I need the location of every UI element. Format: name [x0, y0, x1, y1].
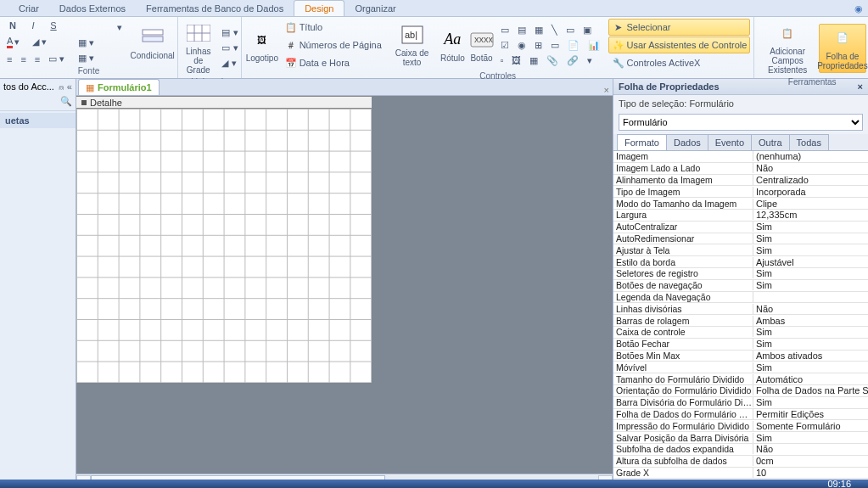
property-row[interactable]: Barra Divisória do Formulário DivididoSi… — [613, 397, 868, 409]
botao-button[interactable]: xxxx Botão — [468, 25, 496, 65]
titulo-button[interactable]: 📋Título — [281, 19, 385, 36]
grid-style-1[interactable]: ▤ ▾ — [218, 25, 241, 40]
ctrl-attach[interactable]: 📎 — [543, 53, 562, 68]
property-row[interactable]: Folha de Dados do Formulário DivididoPer… — [613, 409, 868, 421]
help-icon[interactable]: ◉ — [849, 2, 868, 16]
property-row[interactable]: Botão FecharSim — [613, 339, 868, 351]
conditional-format-button[interactable]: Condicional — [131, 23, 174, 63]
ctrl-listbox[interactable]: ▤ — [514, 23, 529, 37]
ribbon-tab-design[interactable]: Design — [294, 0, 344, 16]
property-tab-formato[interactable]: Formato — [617, 134, 667, 150]
align-right-button[interactable]: ≡ — [31, 52, 43, 66]
property-row[interactable]: Orientação do Formulário DivididoFolha d… — [613, 385, 868, 397]
property-row[interactable]: Alinhamento da ImagemCentralizado — [613, 175, 868, 187]
ribbon-tab-dados-externos[interactable]: Dados Externos — [49, 1, 136, 16]
section-bar-detalhe[interactable]: Detalhe — [76, 96, 372, 109]
property-row[interactable]: Tipo de ImagemIncorporada — [613, 186, 868, 198]
font-bold-button[interactable]: N — [3, 19, 22, 32]
grid-style-2[interactable]: ▭ ▾ — [218, 41, 241, 55]
property-row[interactable]: Modo do Tamanho da ImagemClipe — [613, 198, 868, 210]
document-tab-formulario1[interactable]: ▦ Formulário1 — [78, 79, 160, 95]
ctrl-rect[interactable]: ▭ — [563, 23, 578, 37]
property-row[interactable]: Tamanho do Formulário DivididoAutomático — [613, 373, 868, 385]
format-painter-button[interactable]: ▦ ▾ — [75, 51, 98, 65]
property-value[interactable]: 0cm — [753, 456, 868, 466]
property-value[interactable]: 12,335cm — [753, 210, 868, 220]
property-row[interactable]: AutoCentralizarSim — [613, 222, 868, 233]
ctrl-more[interactable]: ▾ — [584, 53, 596, 68]
assistentes-button[interactable]: ✨Usar Assistentes de Controle — [608, 36, 751, 53]
ribbon-tab-organizar[interactable]: Organizar — [344, 1, 406, 16]
activex-button[interactable]: 🔧Controles ActiveX — [608, 54, 751, 71]
property-value[interactable]: Permitir Edições — [753, 409, 868, 419]
property-value[interactable]: Incorporada — [753, 187, 868, 197]
folha-propriedades-button[interactable]: 📄 Folha de Propriedades — [819, 24, 866, 73]
rotulo-button[interactable]: Aa Rótulo — [439, 25, 466, 65]
property-value[interactable]: Sim — [753, 397, 868, 407]
font-italic-button[interactable]: I — [24, 19, 42, 32]
ctrl-chart[interactable]: 📊 — [585, 38, 603, 53]
ctrl-unbound[interactable]: ▫ — [497, 53, 507, 68]
property-value[interactable]: Não — [753, 444, 868, 454]
font-color-button[interactable]: A ▾ — [3, 34, 27, 50]
logotipo-button[interactable]: 🖼 Logotipo — [245, 25, 279, 65]
font-underline-button[interactable]: S — [44, 19, 63, 32]
form-design-canvas[interactable]: Detalhe — [76, 96, 613, 488]
ctrl-hyperlink[interactable]: 🔗 — [563, 53, 582, 68]
property-value[interactable]: 10 — [753, 468, 868, 478]
ctrl-bound[interactable]: ▣ — [580, 23, 595, 37]
ctrl-subform[interactable]: ▦ — [531, 23, 546, 37]
property-row[interactable]: MóvívelSim — [613, 362, 868, 373]
adicionar-campos-button[interactable]: 📋 Adicionar Campos Existentes — [758, 19, 817, 77]
property-row[interactable]: Linhas divisóriasNão — [613, 303, 868, 315]
property-list[interactable]: Imagem(nenhuma)Imagem Lado a LadoNãoAlin… — [613, 151, 868, 488]
property-value[interactable]: Ambas — [753, 316, 868, 326]
property-row[interactable]: Estilo da bordaAjustável — [613, 256, 868, 268]
ctrl-page[interactable]: 📄 — [564, 38, 583, 53]
property-row[interactable]: Barras de rolagemAmbas — [613, 315, 868, 327]
property-value[interactable]: Sim — [753, 339, 868, 349]
ctrl-check[interactable]: ☑ — [497, 38, 512, 53]
selection-combo[interactable]: Formulário — [619, 114, 863, 131]
property-value[interactable]: Sim — [753, 245, 868, 255]
property-value[interactable]: Clipe — [753, 199, 868, 209]
property-row[interactable]: AutoRedimensionarSim — [613, 233, 868, 245]
property-value[interactable]: Sim — [753, 222, 868, 232]
property-value[interactable]: Sim — [753, 233, 868, 244]
ctrl-ole[interactable]: ▦ — [526, 53, 541, 68]
property-row[interactable]: Ajustar à TelaSim — [613, 244, 868, 256]
numeros-pagina-button[interactable]: #️Números de Página — [281, 36, 385, 53]
ctrl-combobox[interactable]: ▭ — [497, 23, 512, 37]
property-tab-todas[interactable]: Todas — [789, 134, 829, 150]
align-left-button[interactable]: ≡ — [3, 52, 15, 66]
property-row[interactable]: Imagem(nenhuma) — [613, 151, 868, 163]
property-value[interactable]: (nenhuma) — [753, 151, 868, 161]
form-grid[interactable] — [76, 109, 372, 383]
property-row[interactable]: Grade X10 — [613, 468, 868, 480]
caixa-texto-button[interactable]: ab| Caixa de texto — [387, 20, 437, 70]
property-value[interactable]: Ambos ativados — [753, 351, 868, 361]
ctrl-toggle[interactable]: ⊞ — [531, 38, 546, 53]
property-row[interactable]: Legenda da Navegação — [613, 292, 868, 304]
property-row[interactable]: Caixa de controleSim — [613, 327, 868, 339]
align-center-button[interactable]: ≡ — [17, 52, 29, 66]
property-value[interactable]: Sim — [753, 280, 868, 290]
property-row[interactable]: Botões Min MaxAmbos ativados — [613, 351, 868, 362]
property-row[interactable]: Subfolha de dados expandidaNão — [613, 444, 868, 456]
ctrl-image[interactable]: 🖼 — [508, 53, 524, 68]
alt-fill-button[interactable]: ▦ ▾ — [75, 36, 98, 50]
ribbon-tab-criar[interactable]: Criar — [8, 1, 49, 16]
line-color-button[interactable]: ▭ ▾ — [45, 52, 68, 66]
ctrl-tab[interactable]: ▭ — [547, 38, 563, 53]
property-row[interactable]: Largura12,335cm — [613, 210, 868, 222]
property-value[interactable]: Ajustável — [753, 257, 868, 267]
font-family-combo[interactable]: ▾ — [75, 20, 126, 35]
ctrl-option[interactable]: ◉ — [514, 38, 529, 53]
tab-close-button[interactable]: × — [601, 85, 613, 95]
property-value[interactable]: Sim — [753, 433, 868, 443]
data-hora-button[interactable]: 📅Data e Hora — [281, 54, 385, 71]
ribbon-tab-ferramentas-bd[interactable]: Ferramentas de Banco de Dados — [136, 1, 294, 16]
property-value[interactable]: Automático — [753, 374, 868, 384]
property-value[interactable]: Não — [753, 304, 868, 314]
property-row[interactable]: Botões de navegaçãoSim — [613, 280, 868, 292]
